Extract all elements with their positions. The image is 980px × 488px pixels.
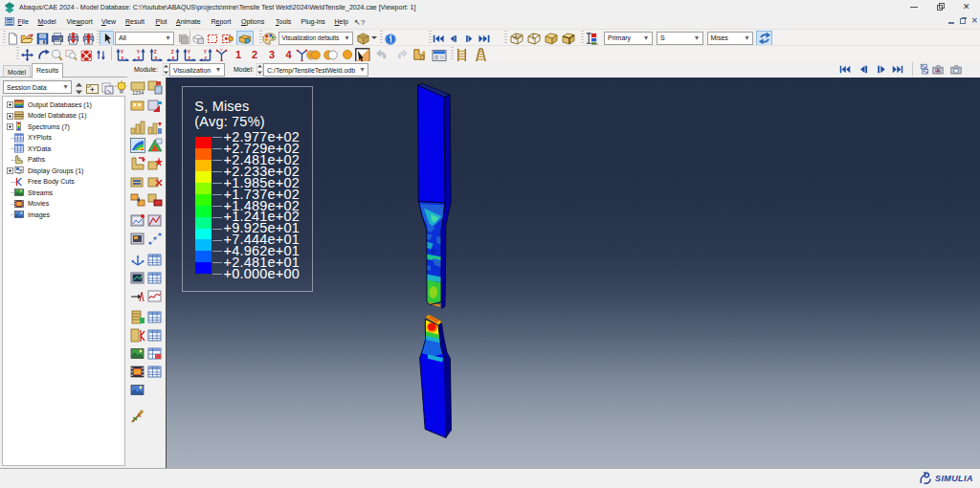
svg-text:Y: Y [220,48,223,53]
svg-text:x: x [122,55,124,60]
svg-text:x: x [155,55,158,60]
svg-text:x: x [171,55,174,60]
svg-text:z: z [205,55,208,60]
svg-text:1234: 1234 [132,90,144,96]
svg-text:x: x [138,55,141,60]
svg-text:z: z [189,55,191,60]
